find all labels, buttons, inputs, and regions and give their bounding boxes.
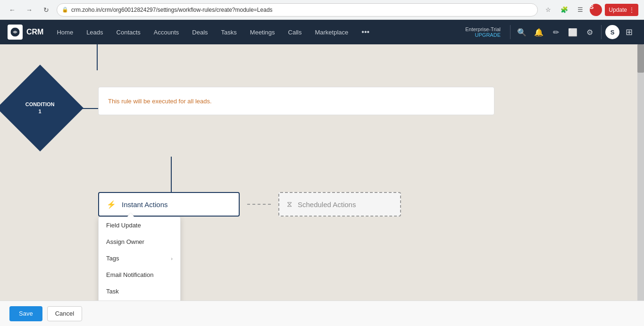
dropdown-item-task[interactable]: Task <box>99 283 180 300</box>
crm-logo-text: CRM <box>26 28 43 36</box>
upgrade-link[interactable]: UPGRADE <box>465 32 501 38</box>
forward-button[interactable]: → <box>23 3 36 17</box>
instant-actions-icon: ⚡ <box>107 200 116 209</box>
cancel-button[interactable]: Cancel <box>47 306 82 321</box>
dropdown-item-tags[interactable]: Tags › <box>99 250 180 267</box>
canvas: CONDITION 1 This rule will be executed f… <box>0 44 644 301</box>
nav-item-accounts[interactable]: Accounts <box>148 26 184 39</box>
enterprise-trial: Enterprise-Trial <box>465 26 501 32</box>
dropdown-item-field-update[interactable]: Field Update <box>99 217 180 234</box>
bottom-bar: Save Cancel <box>0 301 644 326</box>
actions-row: ⚡ Instant Actions ⧖ Scheduled Actions <box>98 192 401 217</box>
scheduled-actions-icon: ⧖ <box>287 200 292 209</box>
back-button[interactable]: ← <box>6 3 19 17</box>
condition-diamond[interactable]: CONDITION 1 <box>0 65 84 151</box>
instant-actions-label: Instant Actions <box>122 201 168 209</box>
v-connector-line <box>171 157 172 192</box>
enterprise-info: Enterprise-Trial UPGRADE <box>465 26 501 38</box>
extension-button[interactable]: 🧩 <box>558 3 571 17</box>
scrollbar-thumb[interactable] <box>637 44 644 73</box>
instant-actions-box[interactable]: ⚡ Instant Actions <box>98 192 240 217</box>
url-bar[interactable]: 🔒 crm.zoho.in/crm/org60012824297/setting… <box>57 3 538 17</box>
condition-box[interactable]: This rule will be executed for all leads… <box>98 87 494 115</box>
nav-item-home[interactable]: Home <box>51 26 79 39</box>
tags-submenu-arrow: › <box>171 256 173 261</box>
condition-diamond-wrapper: CONDITION 1 <box>9 77 71 139</box>
refresh-button[interactable]: ↻ <box>40 3 53 17</box>
top-connector-line <box>97 44 98 70</box>
save-button[interactable]: Save <box>9 306 42 321</box>
scrollbar-track[interactable] <box>637 44 644 301</box>
dropdown-arrow-up <box>127 213 134 217</box>
lock-icon: 🔒 <box>62 7 68 13</box>
search-button[interactable]: 🔍 <box>514 25 529 40</box>
nav-item-leads[interactable]: Leads <box>81 26 109 39</box>
condition-diamond-text: CONDITION 1 <box>25 101 55 116</box>
nav-right: Enterprise-Trial UPGRADE 🔍 🔔 ✏ ⬜ ⚙ S ⊞ <box>465 25 636 40</box>
crm-logo[interactable]: CRM <box>8 25 43 40</box>
scheduled-actions-label: Scheduled Actions <box>298 201 356 209</box>
nav-item-deals[interactable]: Deals <box>186 26 213 39</box>
nav-item-more[interactable]: ••• <box>356 25 375 39</box>
nav-item-meetings[interactable]: Meetings <box>244 26 281 39</box>
user-avatar[interactable]: S <box>605 25 619 39</box>
menu-button[interactable]: ☰ <box>574 3 587 17</box>
nav-item-tasks[interactable]: Tasks <box>216 26 243 39</box>
bookmark-button[interactable]: ☆ <box>542 3 555 17</box>
condition-text: This rule will be executed for all leads… <box>108 98 212 105</box>
dropdown-item-create-record[interactable]: Create Record <box>99 300 180 301</box>
nav-item-marketplace[interactable]: Marketplace <box>309 26 354 39</box>
screen-button[interactable]: ⬜ <box>565 25 580 40</box>
scheduled-actions-box[interactable]: ⧖ Scheduled Actions <box>278 192 401 217</box>
profile-avatar[interactable]: S <box>590 4 602 16</box>
update-button[interactable]: Update ⋮ <box>605 4 638 16</box>
grid-button[interactable]: ⊞ <box>621 25 636 40</box>
actions-connector-line <box>247 204 271 205</box>
dropdown-menu: Field Update Assign Owner Tags › Email N… <box>98 217 181 301</box>
browser-actions: ☆ 🧩 ☰ S Update ⋮ <box>542 3 638 17</box>
notifications-button[interactable]: 🔔 <box>531 25 546 40</box>
crm-logo-icon <box>8 25 23 40</box>
nav-items: Home Leads Contacts Accounts Deals Tasks… <box>51 25 465 39</box>
settings-button[interactable]: ⚙ <box>582 25 597 40</box>
browser-bar: ← → ↻ 🔒 crm.zoho.in/crm/org60012824297/s… <box>0 0 644 20</box>
nav-divider <box>510 25 510 39</box>
top-nav: CRM Home Leads Contacts Accounts Deals T… <box>0 20 644 44</box>
dropdown-item-email-notification[interactable]: Email Notification <box>99 267 180 283</box>
nav-item-calls[interactable]: Calls <box>283 26 308 39</box>
dropdown-item-assign-owner[interactable]: Assign Owner <box>99 234 180 250</box>
h-connector-line <box>72 108 98 109</box>
compose-button[interactable]: ✏ <box>548 25 563 40</box>
nav-item-contacts[interactable]: Contacts <box>111 26 146 39</box>
main-area: CONDITION 1 This rule will be executed f… <box>0 44 644 301</box>
nav-divider-2 <box>601 25 602 39</box>
url-text: crm.zoho.in/crm/org60012824297/settings/… <box>71 7 273 13</box>
